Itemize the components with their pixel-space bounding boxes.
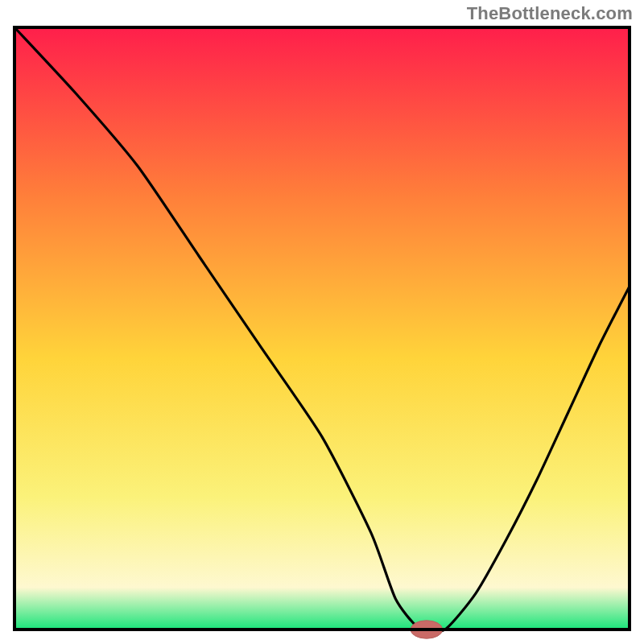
bottleneck-chart — [0, 0, 644, 644]
chart-frame: TheBottleneck.com — [0, 0, 644, 644]
plot-area — [14, 27, 630, 638]
gradient-background — [14, 27, 630, 630]
watermark-text: TheBottleneck.com — [467, 3, 633, 24]
